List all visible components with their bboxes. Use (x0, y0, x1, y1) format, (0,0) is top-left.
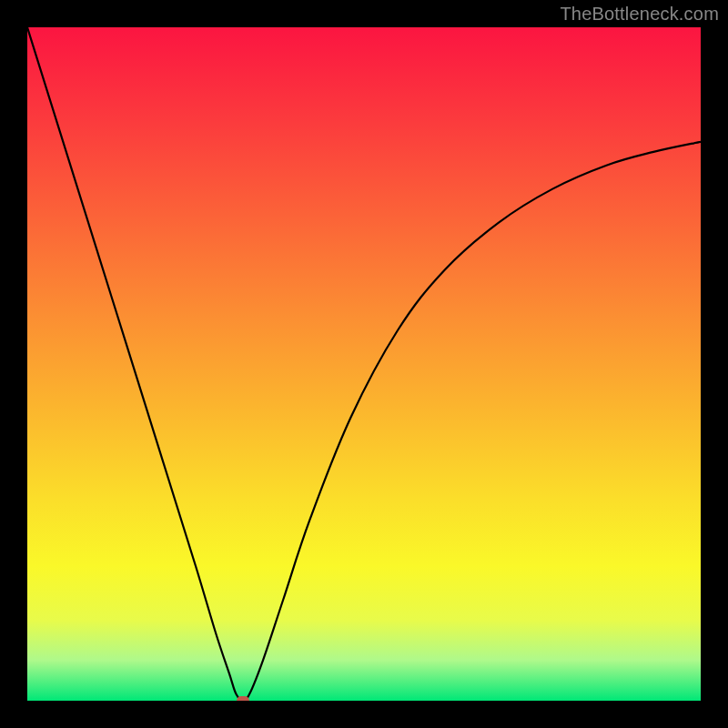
plot-area (27, 27, 701, 701)
chart-container: TheBottleneck.com (0, 0, 728, 728)
optimal-point-marker (237, 696, 249, 701)
watermark-text: TheBottleneck.com (560, 4, 719, 25)
bottleneck-curve (27, 27, 701, 701)
